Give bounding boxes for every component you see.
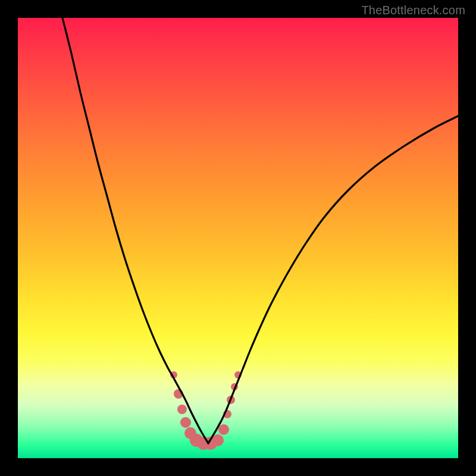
curve-left-curve: [62, 18, 208, 443]
marker-dot: [180, 417, 191, 428]
plot-area: [18, 18, 458, 458]
chart-frame: TheBottleneck.com: [0, 0, 476, 476]
marker-dot: [218, 424, 229, 435]
marker-dot: [177, 405, 187, 414]
curve-right-curve: [208, 116, 458, 443]
watermark-text: TheBottleneck.com: [361, 4, 465, 17]
chart-svg: [18, 18, 458, 458]
